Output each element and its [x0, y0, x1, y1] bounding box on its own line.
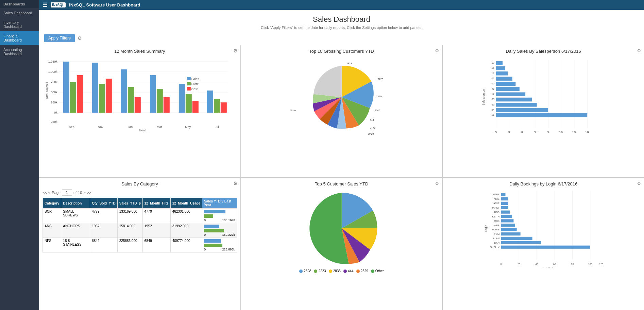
topbar-title: INxSQL Software User Dashboard	[69, 2, 140, 7]
svg-rect-89	[496, 98, 532, 102]
panel2-settings-icon[interactable]: ⚙	[435, 48, 439, 53]
svg-text:22: 22	[492, 87, 495, 91]
svg-text:10k: 10k	[559, 131, 564, 134]
svg-text:2778: 2778	[370, 126, 375, 129]
svg-text:Sales: Sales	[191, 77, 199, 81]
svg-text:15: 15	[492, 66, 495, 69]
sidebar-item-financial[interactable]: Financial Dashboard	[0, 31, 39, 45]
svg-rect-85	[496, 87, 520, 91]
apply-filters-button[interactable]: Apply Filters	[44, 34, 75, 42]
svg-rect-95	[496, 113, 587, 117]
next-next-btn[interactable]: >>	[87, 191, 91, 195]
legend-other: Other	[375, 269, 384, 273]
svg-rect-93	[496, 108, 548, 112]
hamburger-icon[interactable]: ☰	[43, 2, 47, 8]
svg-text:Month: Month	[139, 129, 147, 131]
filters-settings-icon[interactable]: ⚙	[78, 35, 82, 41]
panel-sales-by-category: Sales By Category ⚙ << < Page of 10 > >>…	[39, 178, 240, 310]
panel6-settings-icon[interactable]: ⚙	[637, 181, 641, 186]
svg-rect-134	[501, 241, 541, 244]
svg-text:Nov: Nov	[98, 125, 104, 129]
prev-prev-btn[interactable]: <<	[43, 191, 47, 195]
svg-rect-19	[99, 84, 105, 113]
svg-rect-116	[501, 202, 508, 205]
bookings-chart: Login 0 20 40 60 80 100 120 # of Orders	[446, 189, 641, 267]
filters-bar: Apply Filters ⚙	[39, 31, 644, 45]
svg-text:17: 17	[492, 93, 495, 96]
svg-text:2k: 2k	[508, 131, 510, 134]
row1-qty: 4779	[90, 209, 117, 223]
row1-usage: 462301.000	[170, 209, 202, 223]
svg-rect-15	[70, 82, 76, 113]
row3-usage: 409774.000	[170, 238, 202, 252]
svg-text:01: 01	[492, 77, 495, 80]
svg-text:JANET: JANET	[492, 206, 500, 209]
svg-rect-43	[187, 87, 191, 91]
svg-text:-250k: -250k	[50, 120, 57, 124]
dashboards-section-label: Dashboards	[0, 0, 39, 8]
svg-rect-20	[106, 79, 112, 113]
svg-text:Jan: Jan	[128, 125, 133, 129]
row3-category: NFS	[43, 238, 61, 252]
svg-text:65: 65	[492, 103, 495, 106]
svg-rect-30	[179, 84, 185, 113]
svg-rect-91	[496, 103, 537, 107]
svg-text:0k: 0k	[54, 111, 57, 114]
row2-bar: 0150.227k	[202, 223, 237, 238]
svg-rect-130	[501, 232, 521, 235]
page-label: Page	[52, 191, 61, 195]
sidebar-item-accounting[interactable]: Accounting Dashboard	[0, 45, 39, 59]
panel1-settings-icon[interactable]: ⚙	[233, 48, 238, 53]
prev-btn[interactable]: <	[48, 191, 50, 195]
dashboard-grid: 12 Month Sales Summary ⚙ 1,250k 1,000k 7…	[39, 45, 644, 310]
svg-rect-75	[496, 61, 503, 65]
sidebar-item-inventory[interactable]: Inventory Dashboard	[0, 18, 39, 31]
sidebar-item-sales[interactable]: Sales Dashboard	[0, 8, 39, 18]
svg-rect-36	[221, 102, 227, 113]
row2-description: ANCHORS	[61, 223, 90, 238]
svg-text:10: 10	[492, 61, 495, 64]
panel5-settings-icon[interactable]: ⚙	[435, 181, 439, 186]
row3-sales: 225886.000	[117, 238, 142, 252]
svg-rect-126	[501, 224, 515, 227]
svg-text:24: 24	[492, 108, 495, 111]
svg-rect-132	[501, 237, 532, 240]
svg-text:20: 20	[518, 263, 520, 266]
total-pages: 10	[78, 191, 82, 195]
svg-rect-120	[501, 211, 510, 214]
of-label: of	[73, 191, 77, 195]
panel3-settings-icon[interactable]: ⚙	[637, 48, 641, 53]
next-btn[interactable]: >	[83, 191, 85, 195]
table-row: SCR SMALL SCREWS 4779 133169.000 4779 46…	[43, 209, 237, 223]
svg-rect-87	[496, 92, 525, 96]
col-qty: Qty_Sold_YTD	[90, 198, 117, 209]
svg-rect-83	[496, 82, 516, 86]
svg-text:2223: 2223	[377, 78, 383, 81]
svg-text:ALAN: ALAN	[493, 237, 499, 240]
row1-hits: 4779	[142, 209, 170, 223]
svg-rect-124	[501, 219, 514, 222]
svg-text:# of Orders: # of Orders	[543, 267, 557, 267]
row2-hits: 1952	[142, 223, 170, 238]
legend-444: 444	[348, 269, 354, 273]
svg-rect-122	[501, 215, 512, 218]
svg-text:1,250k: 1,250k	[48, 60, 58, 63]
svg-text:8k: 8k	[547, 131, 549, 134]
svg-rect-22	[121, 69, 127, 113]
svg-text:WEB: WEB	[494, 224, 500, 227]
pagination-row: << < Page of 10 > >>	[43, 189, 237, 196]
svg-text:500k: 500k	[51, 91, 57, 94]
svg-text:444: 444	[370, 118, 374, 121]
col-description: Description	[61, 198, 90, 209]
svg-text:05: 05	[492, 82, 495, 85]
legend-2328: 2328	[304, 269, 311, 273]
svg-text:SHELLY: SHELLY	[490, 246, 500, 249]
svg-text:750k: 750k	[51, 80, 57, 84]
svg-rect-27	[157, 89, 163, 113]
svg-text:Cost: Cost	[191, 87, 198, 91]
col-sales: Sales_YTD_$	[117, 198, 142, 209]
svg-text:2328: 2328	[346, 62, 352, 65]
page-input[interactable]	[62, 189, 72, 196]
panel4-settings-icon[interactable]: ⚙	[233, 181, 238, 186]
svg-text:Salesperson: Salesperson	[482, 89, 486, 105]
